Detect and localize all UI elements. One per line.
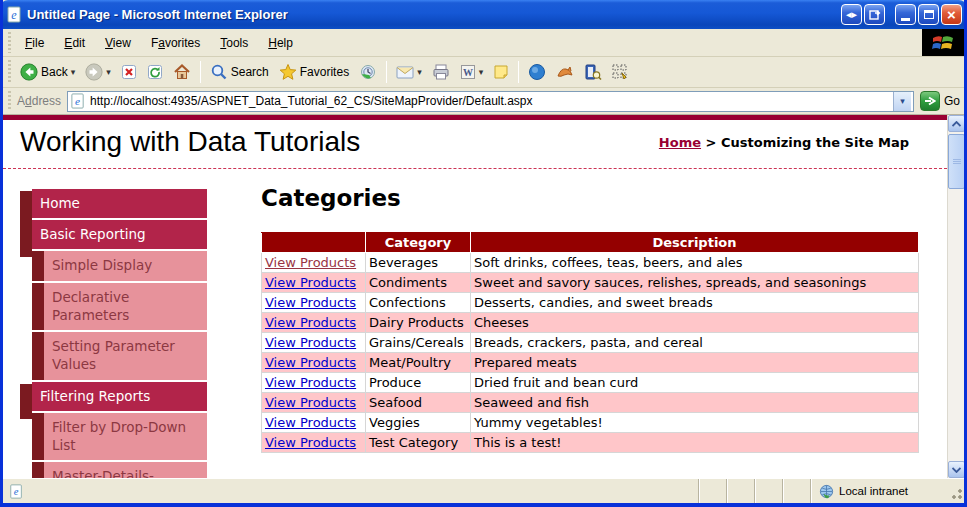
- status-segment: [698, 479, 726, 503]
- menu-file[interactable]: File: [15, 32, 54, 54]
- table-body: View Products Beverages Soft drinks, cof…: [262, 253, 919, 453]
- nav-accent: [32, 462, 44, 478]
- word-dropdown-icon[interactable]: ▾: [479, 67, 484, 77]
- stop-button[interactable]: [116, 62, 142, 82]
- sidebar-item-filtering-reports[interactable]: Filtering Reports: [32, 382, 207, 411]
- view-products-link[interactable]: View Products: [265, 435, 356, 450]
- pan-button[interactable]: ◂▸: [841, 4, 862, 25]
- address-input[interactable]: e http://localhost:4935/ASPNET_Data_Tuto…: [67, 91, 914, 112]
- view-products-link[interactable]: View Products: [265, 295, 356, 310]
- research-button[interactable]: [579, 61, 607, 83]
- menu-favorites[interactable]: Favorites: [141, 32, 210, 54]
- sidebar-item-label: Filter by Drop-Down List: [44, 413, 207, 460]
- page-ie-icon: e: [70, 93, 86, 109]
- breadcrumb-separator: >: [701, 135, 721, 150]
- mail-dropdown-icon[interactable]: ▾: [417, 67, 422, 77]
- description-cell: Sweet and savory sauces, relishes, sprea…: [471, 273, 919, 293]
- skin-chooser-button[interactable]: [551, 61, 579, 83]
- description-cell: Dried fruit and bean curd: [471, 373, 919, 393]
- menu-edit[interactable]: Edit: [54, 32, 95, 54]
- go-button[interactable]: Go: [920, 91, 960, 111]
- sidebar-item-basic-reporting[interactable]: Basic Reporting: [32, 220, 207, 249]
- status-segment: [726, 479, 754, 503]
- onenote-button[interactable]: [488, 62, 514, 82]
- home-button[interactable]: [168, 61, 196, 83]
- category-cell: Seafood: [366, 393, 471, 413]
- maximize-button[interactable]: [918, 4, 939, 25]
- home-icon: [173, 63, 191, 81]
- sidebar-item-filter-by-drop-down-list[interactable]: Filter by Drop-Down List: [32, 413, 207, 460]
- detach-button[interactable]: [864, 4, 885, 25]
- table-row: View Products Beverages Soft drinks, cof…: [262, 253, 919, 273]
- category-cell: Condiments: [366, 273, 471, 293]
- toolbar-grip-3[interactable]: [6, 91, 13, 111]
- go-label: Go: [944, 94, 960, 108]
- description-cell: Breads, crackers, pasta, and cereal: [471, 333, 919, 353]
- edit-with-word-button[interactable]: W ▾: [455, 62, 489, 82]
- sidebar-item-master-details-details[interactable]: Master-Details-Details: [32, 462, 207, 478]
- sidebar-item-declarative-parameters[interactable]: Declarative Parameters: [32, 283, 207, 330]
- view-products-link[interactable]: View Products: [265, 395, 356, 410]
- description-cell: Prepared meats: [471, 353, 919, 373]
- category-cell: Dairy Products: [366, 313, 471, 333]
- breadcrumb-current: Customizing the Site Map: [721, 135, 909, 150]
- search-label: Search: [231, 65, 269, 79]
- forward-dropdown-icon[interactable]: ▾: [106, 67, 111, 77]
- address-dropdown-icon[interactable]: ▾: [893, 92, 911, 111]
- favorites-button[interactable]: Favorites: [274, 61, 354, 83]
- local-intranet-icon: [819, 484, 834, 499]
- description-cell: Yummy vegetables!: [471, 413, 919, 433]
- forward-button[interactable]: ▾: [80, 61, 116, 83]
- table-row: View Products Seafood Seaweed and fish: [262, 393, 919, 413]
- toolbar-grip-2[interactable]: [6, 60, 13, 84]
- quick-launch-button[interactable]: [607, 62, 633, 82]
- windows-logo: [922, 29, 964, 56]
- minimize-button[interactable]: [895, 4, 916, 25]
- menu-help[interactable]: Help: [258, 32, 303, 54]
- status-segment: [782, 479, 810, 503]
- title-bar[interactable]: e Untitled Page - Microsoft Internet Exp…: [0, 0, 967, 29]
- header-description: Description: [471, 233, 919, 253]
- security-zone-label: Local intranet: [839, 485, 908, 497]
- view-products-link[interactable]: View Products: [265, 355, 356, 370]
- security-zone-pane: Local intranet: [810, 479, 950, 503]
- breadcrumb-home-link[interactable]: Home: [659, 135, 701, 150]
- address-label: Address: [17, 94, 61, 108]
- category-cell: Grains/Cereals: [366, 333, 471, 353]
- back-button[interactable]: Back ▾: [15, 61, 80, 83]
- view-products-link[interactable]: View Products: [265, 275, 356, 290]
- sidebar-item-label: Setting Parameter Values: [44, 332, 207, 379]
- sidebar-item-simple-display[interactable]: Simple Display: [32, 251, 207, 280]
- toolbar-grip[interactable]: [6, 32, 13, 53]
- close-button[interactable]: ×: [941, 4, 962, 25]
- view-products-link[interactable]: View Products: [265, 375, 356, 390]
- view-products-link[interactable]: View Products: [265, 335, 356, 350]
- view-products-link[interactable]: View Products: [265, 255, 356, 270]
- history-button[interactable]: [354, 61, 382, 83]
- scroll-down-button[interactable]: [948, 461, 964, 478]
- menu-tools[interactable]: Tools: [210, 32, 258, 54]
- scrollbar-thumb[interactable]: [948, 134, 964, 189]
- research-icon: [584, 63, 602, 81]
- print-button[interactable]: [427, 61, 455, 83]
- messenger-button[interactable]: [523, 61, 551, 83]
- table-row: View Products Grains/Cereals Breads, cra…: [262, 333, 919, 353]
- resize-grip[interactable]: [950, 479, 964, 503]
- search-button[interactable]: Search: [205, 61, 274, 83]
- view-products-link[interactable]: View Products: [265, 415, 356, 430]
- back-label: Back: [41, 65, 68, 79]
- back-dropdown-icon[interactable]: ▾: [71, 67, 76, 77]
- browser-window: e Untitled Page - Microsoft Internet Exp…: [0, 0, 967, 507]
- scroll-up-button[interactable]: [948, 115, 964, 132]
- refresh-button[interactable]: [142, 62, 168, 82]
- status-main-pane: e: [3, 484, 698, 499]
- view-products-link[interactable]: View Products: [265, 315, 356, 330]
- table-row: View Products Dairy Products Cheeses: [262, 313, 919, 333]
- menu-view[interactable]: View: [95, 32, 141, 54]
- print-icon: [432, 63, 450, 81]
- svg-text:e: e: [11, 8, 17, 22]
- sidebar-item-setting-parameter-values[interactable]: Setting Parameter Values: [32, 332, 207, 379]
- sidebar-item-home[interactable]: Home: [32, 189, 207, 218]
- mail-button[interactable]: ▾: [391, 61, 427, 83]
- vertical-scrollbar[interactable]: [947, 115, 964, 478]
